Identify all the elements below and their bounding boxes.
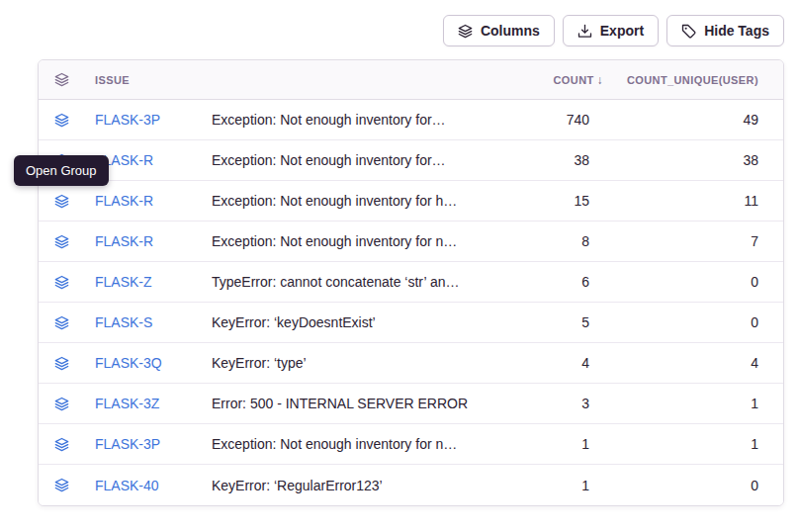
export-button[interactable]: Export [563, 15, 659, 46]
table-body: FLASK-3P Exception: Not enough inventory… [39, 100, 783, 505]
table-row: FLASK-3P Exception: Not enough inventory… [39, 424, 783, 465]
issue-title: KeyError: ‘type’ [212, 355, 496, 371]
issue-stack-icon-cell [39, 397, 84, 411]
columns-button[interactable]: Columns [443, 15, 555, 46]
issue-stack-icon-cell [39, 315, 84, 330]
issue-stack-icon[interactable] [54, 437, 69, 452]
results-table: ISSUE COUNT ↓ COUNT_UNIQUE(USER) FLASK-3… [38, 59, 784, 506]
issue-stack-icon-cell [39, 356, 84, 371]
table-row: FLASK-3P Exception: Not enough inventory… [39, 100, 783, 140]
count-value: 5 [496, 314, 615, 330]
issue-stack-icon[interactable] [54, 356, 69, 371]
tag-icon [681, 24, 696, 39]
issue-link[interactable]: FLASK-Z [95, 274, 152, 290]
issue-column-icon-cell [39, 72, 84, 87]
hide-tags-button-label: Hide Tags [704, 23, 769, 39]
issue-stack-icon-cell [39, 234, 84, 249]
issue-stack-icon[interactable] [54, 275, 69, 290]
count-value: 3 [496, 396, 615, 411]
table-row: FLASK-3Q KeyError: ‘type’ 4 4 [39, 343, 783, 384]
table-row: FLASK-R Exception: Not enough inventory … [39, 222, 783, 262]
table-row: FLASK-S KeyError: ‘keyDoesntExist’ 5 0 [39, 303, 783, 343]
table-row: FLASK-Z TypeError: cannot concatenate ‘s… [39, 262, 783, 303]
issue-stack-icon-cell [39, 478, 84, 492]
issue-title: TypeError: cannot concatenate ‘str’ an… [212, 274, 496, 290]
header-count-unique[interactable]: COUNT_UNIQUE(USER) [615, 74, 783, 86]
issue-stack-icon[interactable] [54, 397, 69, 411]
table-header: ISSUE COUNT ↓ COUNT_UNIQUE(USER) [39, 60, 783, 100]
count-unique-value: 0 [615, 478, 783, 493]
issue-title: Exception: Not enough inventory for… [212, 112, 496, 128]
issue-stack-icon[interactable] [54, 194, 69, 209]
issue-link[interactable]: FLASK-R [95, 193, 153, 209]
toolbar: Columns Export Hide Tags [443, 15, 784, 46]
issue-link[interactable]: FLASK-40 [95, 478, 159, 493]
count-value: 740 [496, 112, 615, 128]
count-unique-value: 1 [615, 396, 783, 411]
table-row: FLASK-40 KeyError: ‘RegularError123’ 1 0 [39, 465, 783, 505]
hide-tags-button[interactable]: Hide Tags [666, 15, 784, 46]
table-row: FLASK-R Exception: Not enough inventory … [39, 140, 783, 181]
issue-stack-icon[interactable] [54, 113, 69, 128]
count-unique-value: 11 [615, 193, 783, 209]
count-unique-value: 0 [615, 314, 783, 330]
count-value: 8 [496, 233, 615, 249]
issue-link[interactable]: FLASK-3P [95, 436, 160, 452]
issue-link[interactable]: FLASK-R [95, 233, 153, 249]
issue-link[interactable]: FLASK-S [95, 314, 152, 330]
count-value: 1 [496, 436, 615, 452]
count-value: 6 [496, 274, 615, 290]
count-unique-value: 49 [615, 112, 783, 128]
issue-stack-icon-cell [39, 437, 84, 452]
issue-title: Exception: Not enough inventory for n… [212, 233, 496, 249]
issue-column-stack-icon [54, 72, 69, 87]
issue-link[interactable]: FLASK-3P [95, 112, 160, 128]
count-value: 4 [496, 355, 615, 371]
issue-stack-icon[interactable] [54, 478, 69, 492]
download-icon [577, 24, 592, 39]
issue-stack-icon[interactable] [54, 315, 69, 330]
table-row: FLASK-3Z Error: 500 - INTERNAL SERVER ER… [39, 384, 783, 424]
issue-link[interactable]: FLASK-3Q [95, 355, 162, 371]
count-value: 38 [496, 152, 615, 168]
open-group-tooltip: Open Group [14, 155, 109, 186]
issue-title: Exception: Not enough inventory for… [212, 152, 496, 168]
count-unique-value: 4 [615, 355, 783, 371]
issue-stack-icon-cell [39, 275, 84, 290]
export-button-label: Export [600, 23, 644, 39]
issue-title: KeyError: ‘RegularError123’ [212, 478, 496, 493]
issue-stack-icon-cell [39, 113, 84, 128]
table-row: FLASK-R Exception: Not enough inventory … [39, 181, 783, 222]
count-unique-value: 0 [615, 274, 783, 290]
issue-title: Exception: Not enough inventory for n… [212, 436, 496, 452]
count-unique-value: 7 [615, 233, 783, 249]
header-count-label: COUNT [553, 74, 593, 86]
header-issue[interactable]: ISSUE [84, 74, 212, 86]
count-value: 15 [496, 193, 615, 209]
issue-stack-icon-cell [39, 194, 84, 209]
columns-button-label: Columns [481, 23, 540, 39]
count-unique-value: 38 [615, 152, 783, 168]
issue-title: Exception: Not enough inventory for h… [212, 193, 496, 209]
columns-stack-icon [458, 24, 473, 39]
header-count[interactable]: COUNT ↓ [496, 73, 615, 87]
issue-title: KeyError: ‘keyDoesntExist’ [212, 314, 496, 330]
issue-title: Error: 500 - INTERNAL SERVER ERROR [212, 396, 496, 411]
sort-descending-icon: ↓ [597, 73, 603, 87]
issue-link[interactable]: FLASK-3Z [95, 396, 159, 411]
count-value: 1 [496, 478, 615, 493]
issue-stack-icon[interactable] [54, 234, 69, 249]
count-unique-value: 1 [615, 436, 783, 452]
